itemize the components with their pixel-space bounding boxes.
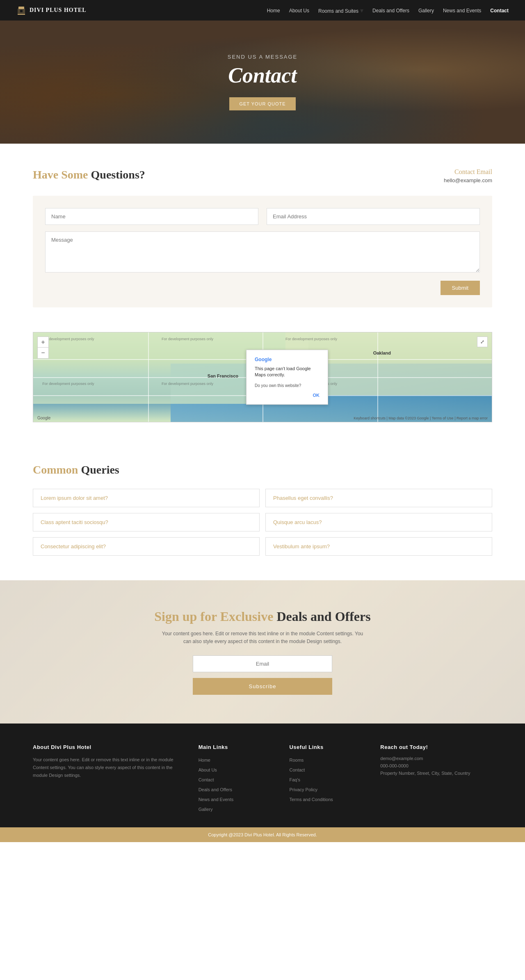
navbar: DIVI PLUS HOTEL Home About Us Rooms and … — [0, 0, 525, 21]
footer: About Divi Plus Hotel Your content goes … — [0, 724, 525, 842]
contact-section: Have Some Questions? Contact Email hello… — [0, 144, 525, 332]
hero-section: Send Us a Message Contact Get Your Quote — [0, 21, 525, 144]
query-item-4[interactable]: Consectetur adipiscing elit? — [33, 537, 260, 556]
footer-link-useful-contact[interactable]: Contact — [289, 767, 305, 772]
queries-grid: Lorem ipsum dolor sit amet? Phasellus eg… — [33, 489, 492, 556]
signup-description: Your content goes here. Edit or remove t… — [160, 630, 365, 646]
map-dev-watermark-3: For development purposes only — [285, 337, 337, 341]
queries-heading-rest: Queries — [78, 463, 119, 476]
map-dialog-ok-button[interactable]: OK — [313, 393, 320, 398]
map-dev-watermark-1: For development purposes only — [42, 337, 94, 341]
map-dev-watermark-2: For development purposes only — [162, 337, 213, 341]
hero-cta-button[interactable]: Get Your Quote — [229, 97, 295, 110]
footer-main-link-deals: Deals and Offers — [199, 785, 273, 793]
footer-useful-links-title: Useful Links — [289, 744, 364, 750]
footer-link-privacy[interactable]: Privacy Policy — [289, 787, 317, 792]
map-footer-text: Keyboard shortcuts | Map data ©2023 Goog… — [354, 416, 488, 420]
map-label-sf: San Francisco — [208, 373, 238, 378]
hotel-icon — [16, 5, 26, 15]
footer-link-news[interactable]: News and Events — [199, 797, 234, 802]
footer-main-link-gallery: Gallery — [199, 805, 273, 813]
footer-reach-title: Reach out Today! — [380, 744, 492, 750]
nav-rooms[interactable]: Rooms and Suites — [318, 8, 358, 14]
site-name: DIVI PLUS HOTEL — [30, 7, 87, 14]
contact-form: Submit — [33, 196, 492, 307]
submit-button[interactable]: Submit — [441, 281, 480, 295]
footer-useful-links-list: Rooms Contact Faq's Privacy Policy Terms… — [289, 756, 364, 803]
footer-useful-link-faq: Faq's — [289, 776, 364, 783]
nav-links: Home About Us Rooms and Suites ▾ Deals a… — [267, 7, 509, 14]
map-fullscreen-btn[interactable]: ⤢ — [477, 337, 488, 347]
footer-link-contact[interactable]: Contact — [199, 777, 214, 782]
map-label-oakland: Oakland — [373, 350, 391, 355]
email-input[interactable] — [267, 208, 480, 225]
queries-section: Common Queries Lorem ipsum dolor sit ame… — [0, 447, 525, 580]
signup-title: Sign up for Exclusive Deals and Offers — [33, 609, 492, 624]
svg-rect-2 — [20, 10, 23, 12]
query-item-2[interactable]: Class aptent taciti sociosqu? — [33, 513, 260, 531]
signup-background — [0, 580, 525, 724]
footer-reach-email: demo@example.com — [380, 756, 492, 761]
nav-home[interactable]: Home — [267, 8, 280, 14]
query-item-0[interactable]: Lorem ipsum dolor sit amet? — [33, 489, 260, 507]
queries-heading-accent: Common — [33, 463, 78, 476]
svg-rect-3 — [18, 14, 25, 15]
footer-useful-link-terms: Terms and Conditions — [289, 795, 364, 803]
queries-heading: Common Queries — [33, 463, 492, 476]
nav-news[interactable]: News and Events — [443, 8, 481, 14]
form-name-email-row — [45, 208, 480, 225]
footer-link-faq[interactable]: Faq's — [289, 777, 300, 782]
map-dialog-actions: OK — [255, 393, 320, 398]
contact-email-block: Contact Email hello@example.com — [444, 168, 492, 183]
footer-useful-link-rooms: Rooms — [289, 756, 364, 763]
map-zoom-controls: + − — [37, 337, 49, 359]
footer-main-link-home: Home — [199, 756, 273, 763]
footer-useful-links-col: Useful Links Rooms Contact Faq's Privacy… — [289, 744, 364, 815]
footer-link-gallery[interactable]: Gallery — [199, 807, 213, 812]
hero-subtitle: Send Us a Message — [228, 54, 298, 60]
site-logo[interactable]: DIVI PLUS HOTEL — [16, 5, 87, 15]
contact-email-value: hello@example.com — [444, 177, 492, 183]
footer-link-rooms[interactable]: Rooms — [289, 758, 304, 762]
contact-heading-rest: Questions? — [88, 168, 145, 181]
map-road-v1 — [148, 332, 149, 422]
map-dialog-message: This page can't load Google Maps correct… — [255, 366, 320, 378]
footer-useful-link-contact: Contact — [289, 766, 364, 773]
signup-email-input[interactable] — [193, 655, 332, 672]
map-dialog-subtext: Do you own this website? — [255, 383, 320, 388]
map-road-v3 — [377, 332, 378, 422]
map-zoom-out[interactable]: − — [38, 348, 48, 358]
contact-heading-accent: Have Some — [33, 168, 88, 181]
nav-contact[interactable]: Contact — [490, 8, 509, 14]
footer-link-deals[interactable]: Deals and Offers — [199, 787, 232, 792]
signup-subscribe-button[interactable]: Subscribe — [193, 678, 332, 695]
message-textarea[interactable] — [45, 231, 480, 272]
footer-main-link-about: About Us — [199, 766, 273, 773]
map-container[interactable]: For development purposes only For develo… — [33, 332, 492, 422]
map-zoom-in[interactable]: + — [38, 337, 48, 348]
footer-reach-address: Property Number, Street, City, State, Co… — [380, 771, 492, 776]
contact-top-row: Have Some Questions? Contact Email hello… — [33, 168, 492, 183]
svg-rect-1 — [18, 7, 24, 9]
nav-gallery[interactable]: Gallery — [418, 8, 434, 14]
name-input[interactable] — [45, 208, 258, 225]
footer-link-home[interactable]: Home — [199, 758, 210, 762]
query-item-5[interactable]: Vestibulum ante ipsum? — [265, 537, 492, 556]
map-error-dialog: Google This page can't load Google Maps … — [246, 350, 328, 405]
footer-main-link-news: News and Events — [199, 795, 273, 803]
footer-copyright-bar: Copyright @2023 Divi Plus Hotel. All Rig… — [0, 827, 525, 842]
map-dialog-title: Google — [255, 357, 320, 362]
footer-reach-col: Reach out Today! demo@example.com 000-00… — [380, 744, 492, 815]
query-item-3[interactable]: Quisque arcu lacus? — [265, 513, 492, 531]
nav-about[interactable]: About Us — [289, 8, 309, 14]
footer-link-about[interactable]: About Us — [199, 767, 217, 772]
footer-about-title: About Divi Plus Hotel — [33, 744, 182, 750]
map-google-logo: Google — [37, 416, 50, 420]
query-item-1[interactable]: Phasellus eget convallis? — [265, 489, 492, 507]
footer-link-terms[interactable]: Terms and Conditions — [289, 797, 333, 802]
footer-reach-phone: 000-000-0000 — [380, 763, 492, 768]
footer-useful-link-privacy: Privacy Policy — [289, 785, 364, 793]
footer-about-text: Your content goes here. Edit or remove t… — [33, 756, 182, 779]
nav-deals[interactable]: Deals and Offers — [372, 8, 409, 14]
hero-title: Contact — [228, 63, 297, 87]
